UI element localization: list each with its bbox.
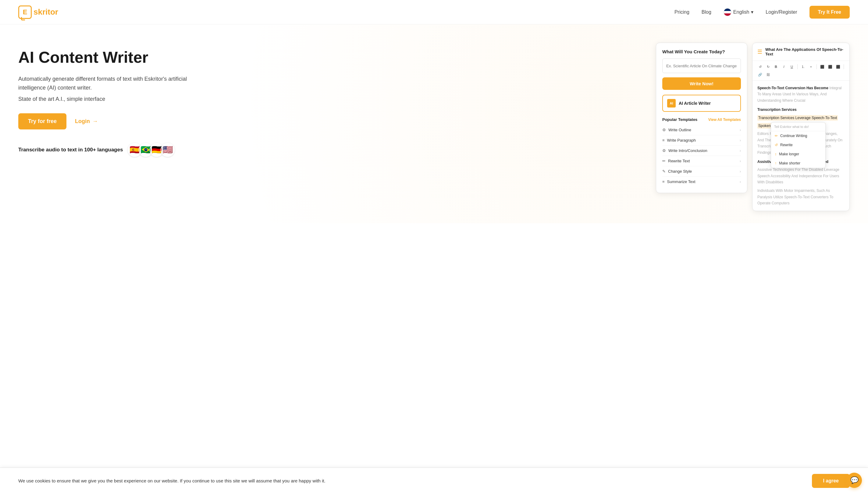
logo-icon: E [18,5,32,19]
intro-icon: ⚙ [662,148,666,153]
ai-article-writer-option[interactable]: AI AI Article Writer [662,95,741,112]
hero-right: What Will You Create Today? Write Now! A… [656,43,850,211]
assistive-body: Assistive Technologies For The Disabled … [757,167,845,185]
chevron-down-icon: ▾ [751,9,753,15]
context-input-label: Tell Eskritor what to do! [771,122,825,131]
context-make-longer[interactable]: ↕ Make longer [771,150,825,159]
bold-icon[interactable]: B [773,63,779,70]
chat-bubble-button[interactable]: 💬 [847,473,862,488]
hero-title: AI Content Writer [18,49,189,66]
make-shorter-icon: ↑ [775,161,777,165]
nav-login-register[interactable]: Login/Register [765,10,797,15]
unlink-icon[interactable]: ⛓ [765,71,771,78]
chevron-right-icon: › [740,138,741,142]
logo[interactable]: E skritor [18,5,58,19]
motor-impairments-body: Individuals With Motor Impairments, Such… [757,188,845,206]
context-rewrite[interactable]: ↺ Rewrite [771,140,825,150]
template-rewrite-text[interactable]: ✏Rewrite Text › [662,156,741,166]
undo-icon[interactable]: ↺ [757,63,763,70]
hero-left: AI Content Writer Automatically generate… [18,43,189,157]
toolbar-separator2 [816,64,817,69]
nav-pricing[interactable]: Pricing [675,10,689,15]
editor-intro-text: Speech-To-Text Conversion Has Become Int… [757,85,845,103]
flag-group: 🇪🇸 🇧🇷 🇩🇪 🇺🇸 [128,143,174,157]
flag-usa: 🇺🇸 [161,143,174,157]
templates-list: ⚙Write Outline › ≡Write Paragraph › ⚙Wri… [662,125,741,187]
chevron-right-icon: › [740,159,741,163]
highlighted-paragraph: Transcription Services Leverage Speech-T… [757,115,845,121]
chat-icon: 💬 [850,476,858,484]
align-left-icon[interactable]: ⬛ [819,63,826,70]
logo-text: skritor [34,7,58,17]
nav-language[interactable]: English ▾ [723,8,753,16]
hero-buttons: Try for free Login → [18,113,189,130]
navbar: E skritor Pricing Blog English ▾ Login/R… [0,0,868,24]
login-link[interactable]: Login → [75,118,98,125]
chevron-right-icon: › [740,169,741,174]
template-write-outline[interactable]: ⚙Write Outline › [662,125,741,135]
toolbar-separator [797,64,798,69]
template-intro-conclusion[interactable]: ⚙Write Intro/Conclusion › [662,146,741,156]
transcription-section-title: Transcription Services [757,107,845,113]
hero-subtitle: State of the art A.I., simple interface [18,96,189,102]
create-panel: What Will You Create Today? Write Now! A… [656,43,747,193]
editor-header: ☰ What Are The Applications Of Speech-To… [753,43,849,61]
style-icon: ✎ [662,169,666,174]
topic-input[interactable] [662,58,741,73]
cookie-agree-button[interactable]: I agree [812,474,850,488]
arrow-right-icon: → [92,118,98,125]
rewrite-icon: ✏ [662,159,666,163]
create-panel-title: What Will You Create Today? [662,49,741,54]
chevron-right-icon: › [740,180,741,184]
italic-icon[interactable]: I [780,63,787,70]
continue-writing-icon: ✏ [775,134,778,138]
template-change-style[interactable]: ✎Change Style › [662,166,741,177]
view-all-templates[interactable]: View All Templates [708,117,741,122]
summarize-icon: ≡ [662,179,665,184]
align-right-icon[interactable]: ⬛ [835,63,842,70]
cookie-text: We use cookies to ensure that we give yo… [18,478,326,484]
link-icon[interactable]: 🔗 [757,71,763,78]
cookie-banner: We use cookies to ensure that we give yo… [0,468,868,494]
redo-icon[interactable]: ↻ [765,63,771,70]
editor-toolbar: ↺ ↻ B I U 1. • ⬛ ⬛ ⬛ 🔗 ⛓ [753,61,849,81]
ai-article-label: AI Article Writer [679,101,711,106]
us-flag-icon [723,8,732,16]
popular-templates-header: Popular Templates View All Templates [662,117,741,122]
make-longer-icon: ↕ [775,152,777,156]
try-for-free-button[interactable]: Try for free [18,113,67,130]
write-now-button[interactable]: Write Now! [662,77,741,90]
context-continue-writing[interactable]: ✏ Continue Writing [771,131,825,140]
chevron-right-icon: › [740,128,741,132]
hero-section: AI Content Writer Automatically generate… [0,24,868,223]
transcribe-text: Transcribe audio to text in 100+ languag… [18,147,123,153]
menu-icon: ☰ [757,49,762,55]
template-summarize-text[interactable]: ≡Summarize Text › [662,177,741,187]
editor-panel: ☰ What Are The Applications Of Speech-To… [752,43,850,211]
underline-icon[interactable]: U [789,63,795,70]
toolbar-separator3 [844,64,844,69]
editor-title: What Are The Applications Of Speech-To-T… [765,47,845,56]
paragraph-icon: ≡ [662,138,665,142]
unordered-list-icon[interactable]: • [808,63,814,70]
hero-description: Automatically generate different formats… [18,75,189,92]
ai-icon: AI [667,99,676,108]
align-center-icon[interactable]: ⬛ [827,63,834,70]
chevron-right-icon: › [740,149,741,153]
transcribe-section: Transcribe audio to text in 100+ languag… [18,143,189,157]
ordered-list-icon[interactable]: 1. [800,63,807,70]
nav-blog[interactable]: Blog [702,10,712,15]
context-make-shorter[interactable]: ↑ Make shorter [771,159,825,168]
rewrite-context-icon: ↺ [775,143,778,147]
nav-links: Pricing Blog English ▾ Login/Register Tr… [675,6,850,19]
template-write-paragraph[interactable]: ≡Write Paragraph › [662,135,741,146]
context-menu: Tell Eskritor what to do! ✏ Continue Wri… [771,122,826,168]
outline-icon: ⚙ [662,128,666,132]
popular-title: Popular Templates [662,117,697,122]
nav-try-free-button[interactable]: Try It Free [810,6,850,19]
